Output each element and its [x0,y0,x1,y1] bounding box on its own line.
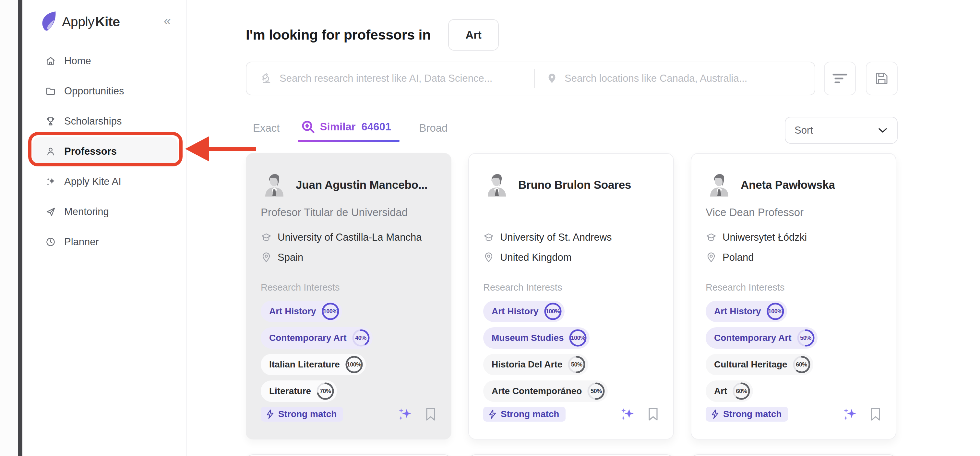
sidebar-item-scholarships[interactable]: Scholarships [22,106,186,136]
bookmark-icon [870,407,881,421]
interest-label: Museum Studies [492,333,563,343]
next-row-preview [246,454,897,456]
sparkles-icon [45,177,56,187]
country-name: Poland [722,252,754,263]
interest-label: Arte Contemporáneo [492,386,582,396]
filter-button[interactable] [824,62,856,96]
research-interests-label: Research Interests [483,282,659,293]
tab-exact[interactable]: Exact [253,120,280,134]
match-percentage-ring: 50% [587,382,605,400]
match-percentage-ring: 100% [345,356,363,374]
interest-pill[interactable]: Historia Del Arte 50% [483,354,588,375]
match-percentage-ring: 100% [321,302,339,320]
tab-similar[interactable]: Similar64601 [298,120,400,142]
category-chip-art[interactable]: Art [448,19,499,51]
match-percentage-ring: 40% [352,329,370,347]
country-name: United Kingdom [500,252,572,263]
research-interests-label: Research Interests [261,282,436,293]
similar-search-icon [301,120,315,134]
interest-pill[interactable]: Cultural Heritage 60% [706,354,813,375]
interest-pill[interactable]: Italian Literature 100% [261,354,366,375]
sparkles-icon [397,407,412,422]
sidebar-item-home[interactable]: Home [22,46,186,76]
save-search-button[interactable] [866,62,897,96]
folder-icon [45,86,56,96]
interest-pill[interactable]: Arte Contemporáneo 50% [483,380,608,402]
interest-label: Art History [714,306,761,317]
match-percentage-ring: 100% [544,302,562,320]
professor-card[interactable]: Bruno Brulon Soares University of St. An… [468,153,674,440]
interest-pill[interactable]: Museum Studies 100% [483,327,590,349]
interest-pills: Art History 100% Museum Studies 100% His… [483,301,659,402]
lightning-icon [488,409,497,419]
bookmark-button[interactable] [870,407,881,421]
university-name: University of St. Andrews [500,231,612,243]
interest-pill[interactable]: Literature 70% [261,380,337,402]
professor-card-stub[interactable] [468,454,674,456]
location-input[interactable] [565,73,815,85]
ai-sparkles-button[interactable] [619,407,635,422]
percent-value: 50% [797,329,815,347]
sidebar-item-label: Opportunities [64,85,124,97]
interest-pill[interactable]: Art History 100% [483,301,565,322]
bookmark-button[interactable] [425,407,436,421]
interest-pill[interactable]: Art 60% [706,380,753,402]
interest-pill[interactable]: Contemporary Art 40% [261,327,372,349]
lightning-icon [711,409,719,419]
sidebar-item-label: Professors [64,146,117,157]
professor-card-stub[interactable] [246,454,452,456]
bookmark-button[interactable] [647,407,659,421]
interest-label: Contemporary Art [269,333,347,343]
interest-pill[interactable]: Art History 100% [706,301,787,322]
main-content: I'm looking for professors in Art [188,0,980,456]
page: Apply Kite « Home Opportunities Scholars… [0,0,980,456]
match-percentage-ring: 50% [568,356,585,374]
percent-value: 100% [345,356,363,374]
sidebar-item-mentoring[interactable]: Mentoring [22,196,186,227]
interest-label: Literature [269,386,311,396]
research-interest-input[interactable] [280,73,534,85]
match-percentage-ring: 50% [797,329,815,347]
university-icon [261,232,272,243]
professor-card-stub[interactable] [691,454,896,456]
trophy-icon [45,116,56,126]
country-name: Spain [278,252,303,263]
interest-label: Cultural Heritage [714,359,788,370]
sort-dropdown[interactable]: Sort [785,117,897,143]
person-icon [45,146,56,157]
country-pin-icon [483,252,494,263]
percent-value: 100% [766,302,784,320]
home-icon [45,56,56,66]
university-name: University of Castilla-La Mancha [278,231,422,243]
match-badge: Strong match [483,407,566,422]
professor-avatar [261,171,288,198]
match-label: Strong match [278,409,337,419]
professor-avatar [706,171,733,198]
bookmark-icon [647,407,659,421]
interest-pill[interactable]: Contemporary Art 50% [706,327,818,349]
result-tabs: Exact Similar64601 Broad Sort [246,120,897,144]
professor-title: Profesor Titular de Universidad [261,206,436,220]
lightning-icon [266,409,274,419]
collapse-sidebar-icon[interactable]: « [164,14,171,28]
ai-sparkles-button[interactable] [842,407,858,422]
sidebar-item-planner[interactable]: Planner [22,227,186,257]
sidebar-item-label: Mentoring [64,206,109,218]
tab-broad[interactable]: Broad [419,120,447,134]
sidebar-item-professors[interactable]: Professors [32,137,178,166]
professor-card[interactable]: Juan Agustin Mancebo... Profesor Titular… [246,153,452,440]
sidebar-item-label: Planner [64,236,99,248]
professor-card[interactable]: Aneta Pawłowska Vice Dean Professor Uniw… [691,153,896,440]
match-percentage-ring: 60% [792,356,811,374]
interest-pills: Art History 100% Contemporary Art 40% It… [261,301,436,402]
professor-name: Aneta Pawłowska [741,179,835,191]
university-icon [706,232,717,243]
research-interests-label: Research Interests [706,282,881,293]
percent-value: 100% [544,302,562,320]
sidebar-item-opportunities[interactable]: Opportunities [22,76,186,106]
sidebar-item-label: Home [64,55,91,67]
interest-pill[interactable]: Art History 100% [261,301,342,322]
ai-sparkles-button[interactable] [397,407,412,422]
bookmark-icon [425,407,436,421]
sidebar-item-apply-kite-ai[interactable]: Apply Kite AI [22,166,186,196]
